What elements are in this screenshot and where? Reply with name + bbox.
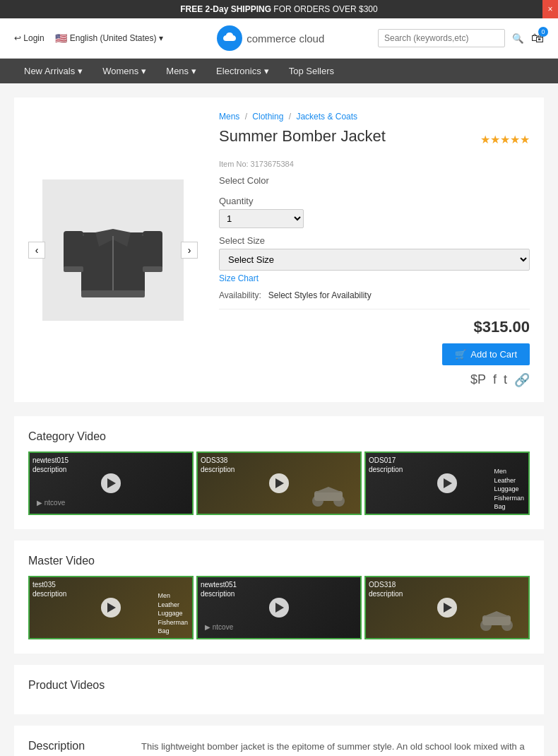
master-video-overlay-0: MenLeatherLuggageFishermanBag [158, 591, 188, 636]
chevron-down-icon: ▾ [191, 66, 196, 76]
size-chart-link[interactable]: Size Chart [219, 273, 259, 283]
breadcrumb-mens[interactable]: Mens [219, 112, 239, 122]
video-label-0: newtest015 description [32, 456, 69, 474]
cart-icon[interactable]: 🛍 0 [531, 31, 544, 46]
product-title: Summer Bomber Jacket [219, 127, 386, 146]
product-image-area: ‹ [28, 112, 198, 388]
play-triangle-icon [275, 603, 284, 613]
availability-value: Select Styles for Availability [268, 290, 372, 300]
description-section: Description This lightweight bomber jack… [14, 726, 544, 756]
chevron-down-icon: ▾ [78, 66, 83, 76]
video-play-0[interactable] [101, 473, 121, 493]
master-video-play-2[interactable] [437, 598, 457, 618]
svg-marker-18 [482, 611, 511, 617]
category-video-grid: newtest015 description ▶ ntcove ODS338 d… [28, 451, 530, 515]
product-info: Mens / Clothing / Jackets & Coats Summer… [219, 112, 530, 388]
svg-rect-6 [81, 290, 145, 297]
size-select[interactable]: Select Size XS S M L XL [219, 249, 530, 271]
master-video-play-0[interactable] [101, 598, 121, 618]
add-to-cart-button[interactable]: 🛒 Add to Cart [442, 343, 530, 365]
product-section: ‹ [14, 98, 544, 402]
product-image [42, 179, 184, 321]
product-divider [219, 309, 530, 309]
category-video-card-1[interactable]: ODS338 description [196, 451, 362, 515]
main-content: ‹ [0, 83, 558, 756]
breadcrumb-sep2: / [289, 112, 294, 122]
login-icon: ↩ [14, 33, 21, 43]
video-thumbnail-1 [311, 485, 346, 507]
image-next-button[interactable]: › [181, 242, 198, 259]
nav-item-electronics[interactable]: Electronics ▾ [206, 59, 279, 83]
pinterest-icon[interactable]: $P [470, 372, 486, 388]
nav-item-top-sellers[interactable]: Top Sellers [279, 59, 344, 83]
video-play-1[interactable] [269, 473, 289, 493]
play-triangle-icon [107, 478, 116, 488]
share-icons: $P f t 🔗 [219, 372, 530, 388]
description-text: This lightweight bomber jacket is the ep… [141, 740, 530, 756]
breadcrumb-sep: / [245, 112, 250, 122]
header-right: 🔍 🛍 0 [378, 29, 544, 47]
chevron-down-icon: ▾ [141, 66, 146, 76]
play-triangle-icon [444, 603, 452, 613]
product-price: $315.00 [219, 318, 530, 336]
category-video-section: Category Video newtest015 description ▶ … [14, 416, 544, 529]
logo-text: commerce cloud [247, 33, 324, 45]
topbar-message: FREE 2-Day SHIPPING FOR ORDERS OVER $300 [180, 4, 377, 14]
size-label: Select Size [219, 235, 530, 246]
chevron-down-icon: ▾ [264, 66, 269, 76]
video-play-2[interactable] [437, 473, 457, 493]
quantity-select[interactable]: 1 2 3 [219, 209, 304, 228]
logo-icon [217, 25, 242, 51]
svg-rect-4 [143, 231, 162, 270]
video-label-2: ODS017 description [369, 456, 403, 474]
master-video-thumbnail-2 [479, 610, 514, 631]
facebook-icon[interactable]: f [493, 372, 497, 388]
topbar-close-button[interactable]: × [542, 0, 558, 18]
header: ↩ Login 🇺🇸 English (United States) ▾ com… [0, 18, 558, 59]
product-videos-title: Product Videos [28, 679, 530, 692]
svg-rect-13 [314, 491, 343, 501]
breadcrumb-clothing[interactable]: Clothing [252, 112, 283, 122]
twitter-icon[interactable]: t [504, 372, 507, 388]
category-video-title: Category Video [28, 430, 530, 443]
nav-item-womens[interactable]: Womens ▾ [93, 59, 156, 83]
svg-rect-17 [482, 615, 511, 625]
search-button[interactable]: 🔍 [512, 33, 524, 44]
login-link[interactable]: ↩ Login [14, 33, 44, 43]
availability-label: Availability: [219, 290, 261, 300]
category-video-card-2[interactable]: ODS017 description MenLeatherLuggageFish… [364, 451, 530, 515]
product-videos-section: Product Videos [14, 665, 544, 714]
master-video-section: Master Video test035 description MenLeat… [14, 541, 544, 654]
link-icon[interactable]: 🔗 [514, 372, 530, 388]
video-overlay-2: MenLeatherLuggageFishermanBag [494, 467, 524, 512]
master-video-title: Master Video [28, 555, 530, 567]
master-video-play-1[interactable] [269, 598, 289, 618]
master-video-grid: test035 description MenLeatherLuggageFis… [28, 576, 530, 639]
master-video-card-2[interactable]: ODS318 description [364, 576, 530, 639]
product-header-row: Summer Bomber Jacket ★★★★★ [219, 127, 530, 151]
breadcrumb-jackets[interactable]: Jackets & Coats [296, 112, 357, 122]
svg-rect-7 [64, 266, 83, 272]
play-triangle-icon [275, 478, 284, 488]
image-prev-button[interactable]: ‹ [28, 242, 45, 259]
flag-icon: 🇺🇸 [55, 33, 67, 44]
svg-marker-14 [314, 487, 343, 492]
video-label-1: ODS338 description [201, 456, 235, 474]
navigation-bar: New Arrivals ▾ Womens ▾ Mens ▾ Electroni… [0, 59, 558, 83]
master-video-label-1: newtest051 description [201, 580, 237, 598]
master-video-label-2: ODS318 description [369, 580, 403, 598]
video-watermark-0: ▶ ntcove [37, 499, 65, 507]
logo-area: commerce cloud [217, 25, 324, 51]
search-input[interactable] [378, 29, 505, 47]
master-video-card-1[interactable]: newtest051 description ▶ ntcove [196, 576, 362, 639]
jacket-image [60, 190, 166, 310]
play-triangle-icon [444, 478, 452, 488]
header-left: ↩ Login 🇺🇸 English (United States) ▾ [14, 33, 163, 44]
svg-rect-8 [143, 266, 162, 272]
language-selector[interactable]: 🇺🇸 English (United States) ▾ [55, 33, 164, 44]
nav-item-new-arrivals[interactable]: New Arrivals ▾ [14, 59, 93, 83]
category-video-card-0[interactable]: newtest015 description ▶ ntcove [28, 451, 194, 515]
color-label: Select Color [219, 175, 530, 186]
master-video-card-0[interactable]: test035 description MenLeatherLuggageFis… [28, 576, 194, 639]
nav-item-mens[interactable]: Mens ▾ [156, 59, 206, 83]
